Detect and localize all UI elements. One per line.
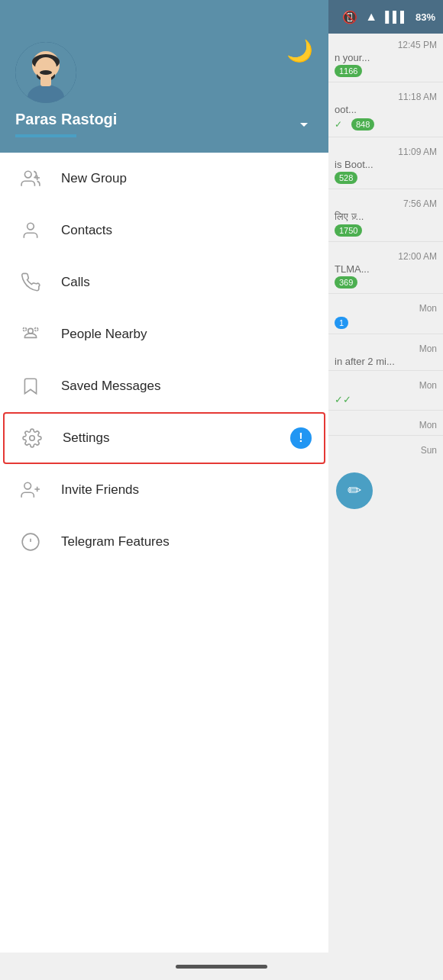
contacts-label: Contacts xyxy=(61,223,112,238)
chat-badge-5: 369 xyxy=(335,276,357,289)
menu-item-calls[interactable]: Calls xyxy=(0,256,328,308)
chat-time-9: Mon xyxy=(328,414,443,432)
wifi-icon: ▲ xyxy=(365,10,377,24)
group-icon xyxy=(15,163,46,194)
user-name: Paras Rastogi xyxy=(15,111,313,128)
svg-point-4 xyxy=(35,57,57,79)
chat-preview-3: is Boot... xyxy=(328,159,443,170)
saved-messages-label: Saved Messages xyxy=(61,379,160,394)
svg-rect-7 xyxy=(40,76,51,86)
home-indicator xyxy=(176,965,267,969)
chat-preview-4: लिए ज़्... xyxy=(328,211,443,223)
drawer-menu: New Group Contacts Calls xyxy=(0,153,328,980)
chat-badge-6: 1 xyxy=(335,317,348,329)
chat-time-8: Mon xyxy=(328,374,443,392)
chat-time-7: Mon xyxy=(328,337,443,356)
invite-friends-label: Invite Friends xyxy=(61,482,139,498)
call-status-icon: 📵 xyxy=(342,10,357,24)
chat-badge-1: 1166 xyxy=(335,65,362,77)
svg-point-14 xyxy=(23,327,26,330)
settings-icon xyxy=(17,423,47,453)
chat-badge-3: 528 xyxy=(335,172,357,184)
svg-point-8 xyxy=(24,171,31,178)
people-nearby-label: People Nearby xyxy=(61,327,147,342)
chat-list-background: 12:45 PM n your... 1166 11:18 AM oot... … xyxy=(328,34,443,980)
chat-time-3: 11:09 AM xyxy=(328,140,443,159)
bottom-navigation-bar xyxy=(0,953,443,980)
chat-preview-5: TLMA... xyxy=(328,263,443,275)
menu-item-telegram-features[interactable]: Telegram Features xyxy=(0,516,328,568)
menu-item-invite-friends[interactable]: Invite Friends xyxy=(0,464,328,516)
telegram-features-icon xyxy=(15,527,46,557)
menu-item-contacts[interactable]: Contacts xyxy=(0,205,328,256)
svg-point-16 xyxy=(24,482,31,489)
calls-label: Calls xyxy=(61,275,90,290)
drawer-header: Paras Rastogi 🌙 xyxy=(0,0,328,153)
chat-time-6: Mon xyxy=(328,297,443,315)
telegram-features-label: Telegram Features xyxy=(61,534,170,550)
signal-icon: ▌▌▌ xyxy=(385,11,408,23)
chat-badge-2: 848 xyxy=(351,118,374,131)
svg-point-12 xyxy=(28,328,34,334)
menu-item-new-group[interactable]: New Group xyxy=(0,153,328,205)
chat-preview-1: n your... xyxy=(328,52,443,63)
chat-time-10: Sun xyxy=(328,439,443,457)
svg-point-13 xyxy=(34,327,37,330)
contacts-icon xyxy=(15,215,46,246)
calls-icon xyxy=(15,267,46,298)
svg-point-15 xyxy=(30,436,35,441)
chat-badge-4: 1750 xyxy=(335,224,362,237)
chevron-down-icon[interactable] xyxy=(295,115,313,137)
settings-label: Settings xyxy=(63,430,109,446)
chat-time-5: 12:00 AM xyxy=(328,245,443,263)
settings-badge: ! xyxy=(290,427,312,449)
menu-item-people-nearby[interactable]: People Nearby xyxy=(0,308,328,360)
user-indicator xyxy=(15,134,76,137)
menu-item-saved-messages[interactable]: Saved Messages xyxy=(0,360,328,412)
avatar-image xyxy=(15,42,76,103)
battery-status: 83% xyxy=(416,11,435,23)
navigation-drawer: Paras Rastogi 🌙 New xyxy=(0,0,328,980)
new-group-label: New Group xyxy=(61,171,127,186)
chat-preview-2: oot... xyxy=(328,104,443,115)
menu-item-settings[interactable]: Settings ! xyxy=(3,412,325,464)
people-nearby-icon xyxy=(15,319,46,350)
moon-icon[interactable]: 🌙 xyxy=(286,38,313,63)
avatar[interactable] xyxy=(15,42,76,103)
chat-preview-7: in after 2 mi... xyxy=(328,356,443,367)
chat-time-2: 11:18 AM xyxy=(328,85,443,104)
saved-messages-icon xyxy=(15,371,46,401)
svg-point-5 xyxy=(40,70,52,75)
chat-time-4: 7:56 AM xyxy=(328,192,443,211)
svg-point-11 xyxy=(27,223,34,230)
invite-friends-icon xyxy=(15,475,46,505)
chat-time-1: 12:45 PM xyxy=(328,34,443,52)
